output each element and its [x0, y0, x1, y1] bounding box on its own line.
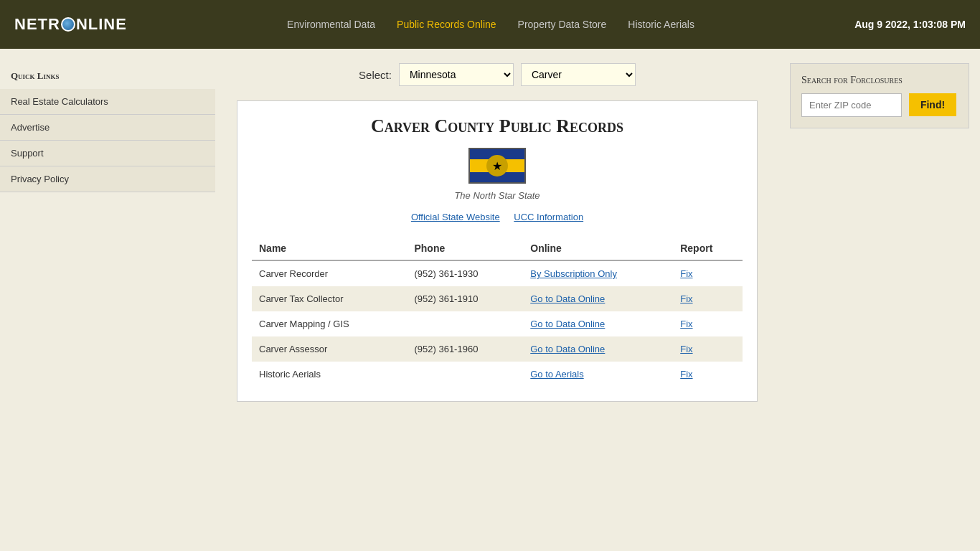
- sidebar: Quick Links Real Estate Calculators Adve…: [0, 49, 215, 551]
- state-links: Official State Website UCC Information: [252, 212, 743, 222]
- official-state-website-link[interactable]: Official State Website: [411, 212, 500, 222]
- row-online[interactable]: Go to Data Online: [523, 336, 673, 362]
- county-title: Carver County Public Records: [252, 116, 743, 137]
- ucc-info-link[interactable]: UCC Information: [514, 212, 583, 222]
- table-body: Carver Recorder(952) 361-1930By Subscrip…: [252, 260, 743, 387]
- foreclosure-title: Search for Forclosures: [801, 75, 958, 86]
- main-nav: Environmental Data Public Records Online…: [287, 19, 694, 30]
- row-phone: [407, 311, 523, 336]
- fix-link[interactable]: Fix: [680, 369, 692, 380]
- row-report[interactable]: Fix: [673, 336, 743, 362]
- sidebar-item-advertise[interactable]: Advertise: [0, 115, 215, 141]
- logo: NETRNLINE: [14, 15, 127, 34]
- globe-icon: [61, 17, 75, 32]
- nav-historic-aerials[interactable]: Historic Aerials: [628, 19, 694, 30]
- fix-link[interactable]: Fix: [680, 319, 692, 329]
- logo-text-post: NLINE: [76, 15, 127, 34]
- select-row: Select: Minnesota Carver: [237, 63, 758, 86]
- row-online[interactable]: By Subscription Only: [523, 260, 673, 286]
- table-header-row: Name Phone Online Report: [252, 237, 743, 260]
- table-row: Carver Recorder(952) 361-1930By Subscrip…: [252, 260, 743, 286]
- state-flag: ★: [468, 148, 526, 184]
- table-row: Historic AerialsGo to AerialsFix: [252, 362, 743, 387]
- sidebar-title: Quick Links: [0, 63, 215, 89]
- header: NETRNLINE Environmental Data Public Reco…: [0, 0, 980, 49]
- layout: Quick Links Real Estate Calculators Adve…: [0, 49, 980, 551]
- col-online: Online: [523, 237, 673, 260]
- right-panel: Search for Forclosures Find!: [779, 49, 980, 551]
- row-phone: (952) 361-1910: [407, 286, 523, 311]
- flag-area: ★ The North Star State: [252, 148, 743, 201]
- main-content: Select: Minnesota Carver Carver County P…: [215, 49, 779, 551]
- row-report[interactable]: Fix: [673, 311, 743, 336]
- col-phone: Phone: [407, 237, 523, 260]
- flag-caption: The North Star State: [252, 190, 743, 201]
- row-online[interactable]: Go to Data Online: [523, 311, 673, 336]
- county-select[interactable]: Carver: [521, 63, 636, 86]
- row-phone: (952) 361-1960: [407, 336, 523, 362]
- row-name: Carver Assessor: [252, 336, 407, 362]
- nav-public-records[interactable]: Public Records Online: [397, 19, 496, 30]
- row-name: Carver Tax Collector: [252, 286, 407, 311]
- online-link[interactable]: By Subscription Only: [530, 268, 617, 279]
- row-name: Historic Aerials: [252, 362, 407, 387]
- row-report[interactable]: Fix: [673, 362, 743, 387]
- zip-input[interactable]: [801, 93, 902, 117]
- row-phone: [407, 362, 523, 387]
- row-report[interactable]: Fix: [673, 286, 743, 311]
- datetime: Aug 9 2022, 1:03:08 PM: [854, 19, 966, 30]
- find-button[interactable]: Find!: [909, 93, 956, 116]
- row-name: Carver Mapping / GIS: [252, 311, 407, 336]
- row-phone: (952) 361-1930: [407, 260, 523, 286]
- online-link[interactable]: Go to Data Online: [530, 344, 605, 354]
- sidebar-item-support[interactable]: Support: [0, 141, 215, 166]
- table-row: Carver Tax Collector(952) 361-1910Go to …: [252, 286, 743, 311]
- state-select[interactable]: Minnesota: [399, 63, 514, 86]
- select-label: Select:: [359, 69, 392, 81]
- content-box: Carver County Public Records ★ The North…: [237, 100, 758, 402]
- sidebar-item-privacy-policy[interactable]: Privacy Policy: [0, 166, 215, 192]
- col-name: Name: [252, 237, 407, 260]
- sidebar-item-real-estate-calculators[interactable]: Real Estate Calculators: [0, 89, 215, 115]
- fix-link[interactable]: Fix: [680, 344, 692, 354]
- nav-environmental-data[interactable]: Environmental Data: [287, 19, 375, 30]
- nav-property-data-store[interactable]: Property Data Store: [518, 19, 607, 30]
- flag-emblem: ★: [486, 155, 508, 176]
- row-online[interactable]: Go to Data Online: [523, 286, 673, 311]
- fix-link[interactable]: Fix: [680, 293, 692, 304]
- table-row: Carver Assessor(952) 361-1960Go to Data …: [252, 336, 743, 362]
- row-report[interactable]: Fix: [673, 260, 743, 286]
- online-link[interactable]: Go to Data Online: [530, 319, 605, 329]
- online-link[interactable]: Go to Data Online: [530, 293, 605, 304]
- fix-link[interactable]: Fix: [680, 268, 692, 279]
- online-link[interactable]: Go to Aerials: [530, 369, 583, 380]
- col-report: Report: [673, 237, 743, 260]
- logo-text-pre: NETR: [14, 15, 60, 34]
- row-online[interactable]: Go to Aerials: [523, 362, 673, 387]
- records-table: Name Phone Online Report Carver Recorder…: [252, 237, 743, 387]
- table-row: Carver Mapping / GISGo to Data OnlineFix: [252, 311, 743, 336]
- row-name: Carver Recorder: [252, 260, 407, 286]
- foreclosure-input-row: Find!: [801, 93, 958, 117]
- foreclosure-box: Search for Forclosures Find!: [790, 63, 969, 128]
